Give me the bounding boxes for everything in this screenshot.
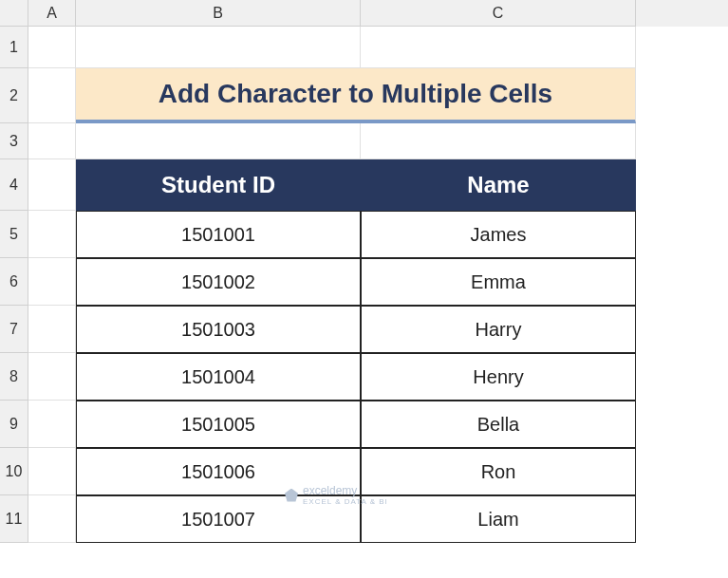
row-header-4[interactable]: 4 — [0, 159, 28, 211]
watermark-brand: exceldemy — [303, 484, 388, 497]
cell-a7[interactable] — [28, 306, 76, 353]
cell-b1[interactable] — [76, 27, 361, 68]
row-header-6[interactable]: 6 — [0, 258, 28, 306]
select-all-corner[interactable] — [0, 0, 28, 27]
cell-a11[interactable] — [28, 495, 76, 543]
cell-a2[interactable] — [28, 68, 76, 123]
row-header-11[interactable]: 11 — [0, 495, 28, 543]
title-cell[interactable]: Add Character to Multiple Cells — [76, 68, 636, 123]
row-header-3[interactable]: 3 — [0, 123, 28, 159]
col-header-c[interactable]: C — [361, 0, 636, 27]
watermark-tagline: EXCEL & DATA & BI — [303, 497, 388, 506]
cell-a6[interactable] — [28, 258, 76, 306]
table-row[interactable]: Liam — [361, 495, 636, 543]
table-row[interactable]: 1501004 — [76, 353, 361, 401]
cell-c1[interactable] — [361, 27, 636, 68]
column-headers: A B C — [28, 0, 728, 27]
row-header-2[interactable]: 2 — [0, 68, 28, 123]
table-row[interactable]: Emma — [361, 258, 636, 306]
table-row[interactable]: Bella — [361, 401, 636, 448]
row-header-8[interactable]: 8 — [0, 353, 28, 401]
row-header-1[interactable]: 1 — [0, 27, 28, 68]
spreadsheet: A B C 1 2 3 4 5 6 7 8 9 10 11 Add Charac… — [0, 0, 728, 578]
col-header-b[interactable]: B — [76, 0, 361, 27]
cell-a4[interactable] — [28, 159, 76, 211]
row-header-5[interactable]: 5 — [0, 211, 28, 258]
cell-a1[interactable] — [28, 27, 76, 68]
table-row[interactable]: 1501005 — [76, 401, 361, 448]
cell-a9[interactable] — [28, 401, 76, 448]
row-headers: 1 2 3 4 5 6 7 8 9 10 11 — [0, 27, 28, 543]
table-row[interactable]: 1501002 — [76, 258, 361, 306]
header-student-id[interactable]: Student ID — [76, 159, 361, 211]
table-row[interactable]: 1501001 — [76, 211, 361, 258]
cell-b3[interactable] — [76, 123, 361, 159]
cell-c3[interactable] — [361, 123, 636, 159]
table-row[interactable]: Ron — [361, 448, 636, 495]
cell-a3[interactable] — [28, 123, 76, 159]
table-row[interactable]: 1501003 — [76, 306, 361, 353]
watermark-icon — [285, 489, 298, 502]
row-header-7[interactable]: 7 — [0, 306, 28, 353]
cell-a5[interactable] — [28, 211, 76, 258]
cell-a10[interactable] — [28, 448, 76, 495]
table-row[interactable]: Henry — [361, 353, 636, 401]
row-header-10[interactable]: 10 — [0, 448, 28, 495]
header-name[interactable]: Name — [361, 159, 636, 211]
cell-a8[interactable] — [28, 353, 76, 401]
row-header-9[interactable]: 9 — [0, 401, 28, 448]
col-header-a[interactable]: A — [28, 0, 76, 27]
table-row[interactable]: James — [361, 211, 636, 258]
table-row[interactable]: Harry — [361, 306, 636, 353]
watermark: exceldemy EXCEL & DATA & BI — [285, 484, 388, 506]
